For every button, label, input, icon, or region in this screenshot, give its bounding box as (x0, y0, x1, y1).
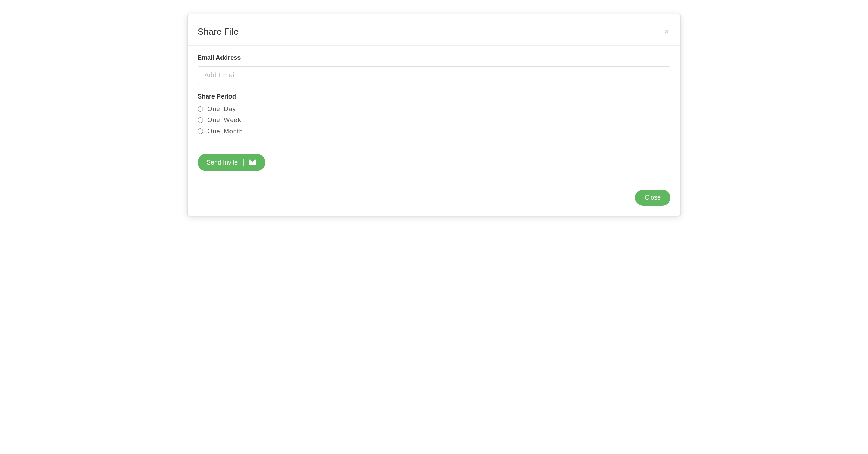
radio-option-one-month: One Month (198, 127, 670, 135)
radio-option-one-week: One Week (198, 116, 670, 124)
radio-one-day[interactable] (198, 106, 203, 112)
radio-one-week[interactable] (198, 117, 203, 123)
send-invite-label: Send Invite (207, 159, 238, 166)
share-period-label: Share Period (198, 93, 670, 100)
radio-one-month[interactable] (198, 128, 203, 134)
send-invite-button[interactable]: Send Invite (198, 154, 265, 171)
button-divider (243, 159, 244, 166)
radio-label-one-day[interactable]: One Day (207, 105, 236, 113)
modal-footer: Close (188, 182, 680, 216)
email-group: Email Address (198, 54, 670, 84)
email-label: Email Address (198, 54, 670, 61)
share-file-modal: Share File × Email Address Share Period … (187, 14, 681, 216)
modal-body: Email Address Share Period One Day One W… (188, 46, 680, 182)
close-icon[interactable]: × (663, 26, 670, 37)
modal-header: Share File × (188, 14, 680, 46)
radio-label-one-month[interactable]: One Month (207, 127, 243, 135)
radio-label-one-week[interactable]: One Week (207, 116, 241, 124)
radio-option-one-day: One Day (198, 105, 670, 113)
close-button[interactable]: Close (635, 190, 670, 206)
share-period-options: One Day One Week One Month (198, 105, 670, 135)
email-input[interactable] (198, 66, 670, 84)
share-period-group: Share Period One Day One Week One Month (198, 93, 670, 135)
envelope-icon (249, 159, 256, 166)
modal-title: Share File (198, 26, 239, 37)
